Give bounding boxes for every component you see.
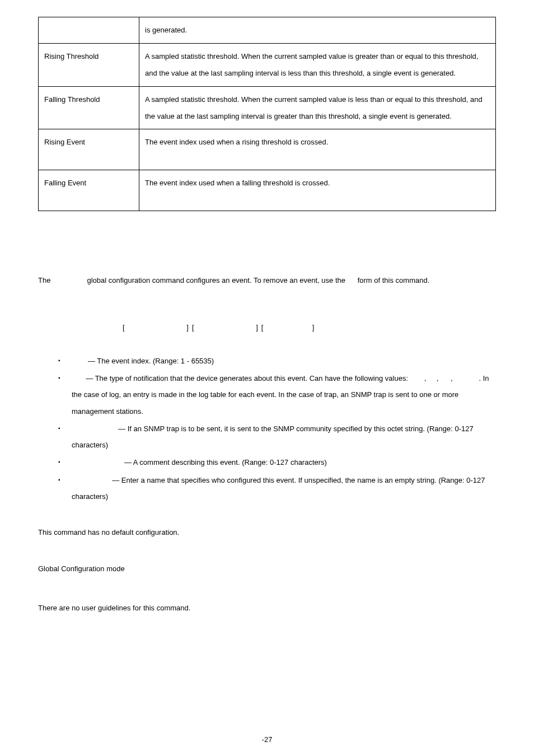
list-item: — The type of notification that the devi…: [56, 370, 496, 419]
text: ,: [437, 374, 441, 382]
list-item: — If an SNMP trap is to be sent, it is s…: [56, 421, 496, 454]
text: — The type of notification that the devi…: [84, 374, 410, 382]
list-item: — Enter a name that specifies who config…: [56, 472, 496, 505]
cell-desc: is generated.: [139, 17, 496, 44]
default-configuration: This command has no default configuratio…: [38, 525, 496, 541]
cell-desc: A sampled statistic threshold. When the …: [139, 86, 496, 129]
cell-desc: The event index used when a falling thre…: [139, 170, 496, 211]
list-item: — A comment describing this event. (Rang…: [56, 454, 496, 470]
cell-label: Rising Event: [39, 129, 139, 170]
cell-label: [39, 17, 139, 44]
text: form of this command.: [355, 276, 429, 284]
cell-label: Rising Threshold: [39, 43, 139, 86]
text: — If an SNMP trap is to be sent, it is s…: [72, 424, 474, 449]
cell-desc: A sampled statistic threshold. When the …: [139, 43, 496, 86]
table-row: Rising Event The event index used when a…: [39, 129, 496, 170]
table-row: Falling Threshold A sampled statistic th…: [39, 86, 496, 129]
command-description: The global configuration command configu…: [38, 273, 496, 288]
table-row: is generated.: [39, 17, 496, 44]
text: — A comment describing this event. (Rang…: [122, 458, 327, 466]
parameter-list: — The event index. (Range: 1 - 65535) — …: [38, 353, 496, 505]
table-row: Rising Threshold A sampled statistic thr…: [39, 43, 496, 86]
text: — The event index. (Range: 1 - 65535): [86, 357, 214, 365]
cell-label: Falling Threshold: [39, 86, 139, 129]
text: The: [38, 276, 53, 284]
page: is generated. Rising Threshold A sampled…: [0, 0, 534, 756]
page-number: -27: [0, 735, 534, 744]
command-mode: Global Configuration mode: [38, 561, 496, 577]
user-guidelines: There are no user guidelines for this co…: [38, 600, 496, 617]
text: global configuration command configures …: [85, 276, 348, 284]
table-row: Falling Event The event index used when …: [39, 170, 496, 211]
list-item: — The event index. (Range: 1 - 65535): [56, 353, 496, 369]
cell-desc: The event index used when a rising thres…: [139, 129, 496, 170]
cell-label: Falling Event: [39, 170, 139, 211]
text: — Enter a name that specifies who config…: [72, 476, 485, 501]
syntax-line: [ ] [ ] [ ]: [38, 320, 496, 335]
definitions-table: is generated. Rising Threshold A sampled…: [38, 17, 496, 211]
